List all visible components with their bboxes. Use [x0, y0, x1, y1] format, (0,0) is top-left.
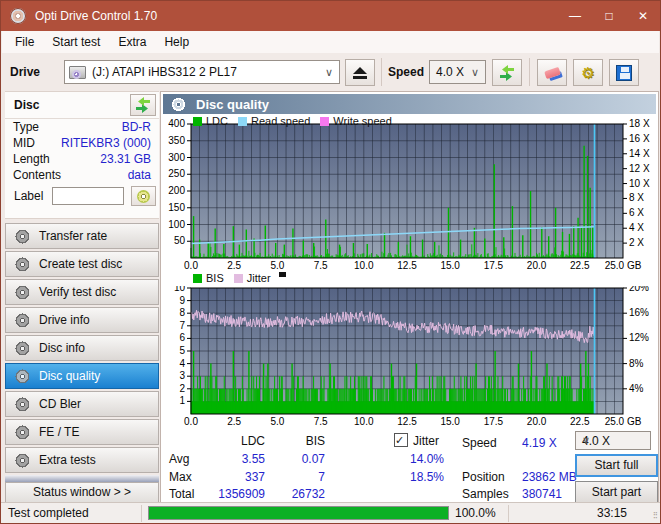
svg-text:6: 6: [179, 332, 185, 343]
svg-text:400: 400: [168, 118, 185, 129]
refresh-disc-button[interactable]: [130, 94, 156, 116]
avg-row-label: Avg: [169, 452, 189, 466]
disc-label-row: Label: [5, 183, 159, 209]
refresh-button[interactable]: [492, 59, 522, 86]
disc-type-row: Type BD-R: [5, 119, 159, 135]
window-body: Disc Type BD-R MID RITEKBR3 (000): [1, 91, 660, 503]
gears-icon: ⚙: [581, 65, 594, 80]
status-window-button[interactable]: Status window > >: [5, 482, 159, 503]
menu-file[interactable]: File: [6, 32, 43, 52]
stats-panel: LDC BIS ✓ Jitter Speed 4.19 X 4.0 X ∨ Av…: [161, 430, 658, 502]
panel-title: Disc quality: [196, 97, 269, 112]
disc-type-label: Type: [13, 120, 39, 134]
menu-help[interactable]: Help: [155, 32, 198, 52]
toolbar-separator: [381, 58, 382, 86]
sidebar: Disc Type BD-R MID RITEKBR3 (000): [5, 91, 159, 503]
position-stat-label: Position: [462, 470, 505, 484]
refresh-icon: [498, 65, 516, 81]
chevron-down-icon: ∨: [465, 66, 485, 79]
bis-column-header: BIS: [273, 434, 325, 448]
sidebar-item-drive-info[interactable]: Drive info: [5, 307, 159, 333]
svg-text:0.0: 0.0: [184, 416, 198, 427]
svg-text:2.5: 2.5: [227, 260, 241, 271]
close-button[interactable]: ✕: [626, 1, 660, 31]
start-full-button[interactable]: Start full: [575, 454, 658, 477]
max-row-label: Max: [169, 470, 192, 484]
panel-header: Disc quality: [163, 94, 656, 114]
drive-select-value: (J:) ATAPI iHBS312 2 PL17: [92, 65, 237, 79]
resize-grip[interactable]: ⁝⁝: [653, 510, 657, 521]
save-icon: [616, 65, 632, 81]
start-part-button[interactable]: Start part: [575, 481, 658, 504]
progress-fill: [149, 507, 448, 519]
tools-button[interactable]: ⚙: [573, 59, 603, 86]
drive-select[interactable]: (J:) ATAPI iHBS312 2 PL17 ∨: [64, 60, 340, 84]
sidebar-item-fe-te[interactable]: FE / TE: [5, 419, 159, 445]
progress-percent: 100.0%: [455, 506, 496, 520]
eject-button[interactable]: [345, 59, 375, 86]
samples-stat-value: 380741: [522, 487, 562, 501]
svg-text:300: 300: [168, 152, 185, 163]
read-speed-legend-chip: [238, 117, 247, 126]
svg-text:12.5: 12.5: [397, 260, 417, 271]
disc-icon: [15, 369, 30, 384]
cd-icon: [137, 190, 150, 203]
avg-ldc: 3.55: [201, 452, 265, 466]
sidebar-item-verify-test-disc[interactable]: Verify test disc: [5, 279, 159, 305]
disc-icon: [15, 285, 30, 300]
sidebar-item-extra-tests[interactable]: Extra tests: [5, 447, 159, 473]
sidebar-item-disc-info[interactable]: Disc info: [5, 335, 159, 361]
label-input[interactable]: [52, 187, 124, 205]
svg-text:20.0: 20.0: [527, 416, 547, 427]
toolbar: Drive (J:) ATAPI iHBS312 2 PL17 ∨ Speed …: [2, 53, 659, 91]
write-label-button[interactable]: [131, 186, 156, 206]
svg-text:10: 10: [174, 286, 186, 293]
drive-label: Drive: [10, 65, 40, 79]
bis-legend-chip: [193, 274, 202, 283]
max-bis: 7: [273, 470, 325, 484]
speed-select[interactable]: 4.0 X ∨: [429, 60, 486, 84]
avg-jitter: 14.0%: [356, 452, 444, 466]
toolbar-separator: [529, 58, 530, 86]
maximize-button[interactable]: □: [592, 1, 626, 31]
jitter-column-header: Jitter: [413, 434, 439, 448]
svg-text:4%: 4%: [629, 383, 644, 394]
refresh-icon: [134, 97, 152, 113]
sidebar-item-transfer-rate[interactable]: Transfer rate: [5, 223, 159, 249]
save-button[interactable]: [609, 59, 639, 86]
window-title: Opti Drive Control 1.70: [35, 9, 157, 23]
speed-select-bottom[interactable]: 4.0 X ∨: [575, 431, 651, 450]
erase-disc-button[interactable]: [537, 59, 567, 86]
svg-text:9: 9: [179, 295, 185, 306]
disc-type-value: BD-R: [122, 120, 151, 134]
sidebar-item-create-test-disc[interactable]: Create test disc: [5, 251, 159, 277]
svg-text:22.5: 22.5: [570, 260, 590, 271]
sidebar-item-cd-bler[interactable]: CD Bler: [5, 391, 159, 417]
svg-text:350: 350: [168, 135, 185, 146]
speed-stat-label: Speed: [462, 436, 497, 450]
menu-extra[interactable]: Extra: [109, 32, 155, 52]
svg-text:18 X: 18 X: [629, 118, 650, 129]
jitter-checkbox[interactable]: ✓: [394, 433, 408, 447]
total-ldc: 1356909: [201, 487, 265, 501]
menu-start-test[interactable]: Start test: [43, 32, 109, 52]
disc-contents-row: Contents data: [5, 167, 159, 183]
svg-text:10.0: 10.0: [354, 260, 374, 271]
title-bar: Opti Drive Control 1.70 — □ ✕: [1, 1, 660, 31]
svg-text:3: 3: [179, 370, 185, 381]
eject-icon: [353, 67, 367, 74]
svg-text:17.5: 17.5: [484, 260, 504, 271]
jitter-legend-marker: [279, 272, 286, 277]
disc-info-card: Disc Type BD-R MID RITEKBR3 (000): [5, 91, 159, 219]
progress-bar: [148, 506, 449, 520]
svg-text:20%: 20%: [629, 286, 649, 293]
svg-text:25.0 GB: 25.0 GB: [605, 416, 642, 427]
sidebar-item-disc-quality[interactable]: Disc quality: [5, 363, 159, 389]
minimize-button[interactable]: —: [558, 1, 592, 31]
disc-icon: [15, 397, 30, 412]
drive-icon: [69, 66, 86, 79]
total-bis: 26732: [273, 487, 325, 501]
sidebar-nav: Transfer rate Create test disc Verify te…: [5, 223, 159, 475]
disc-icon: [15, 341, 30, 356]
total-row-label: Total: [169, 487, 194, 501]
